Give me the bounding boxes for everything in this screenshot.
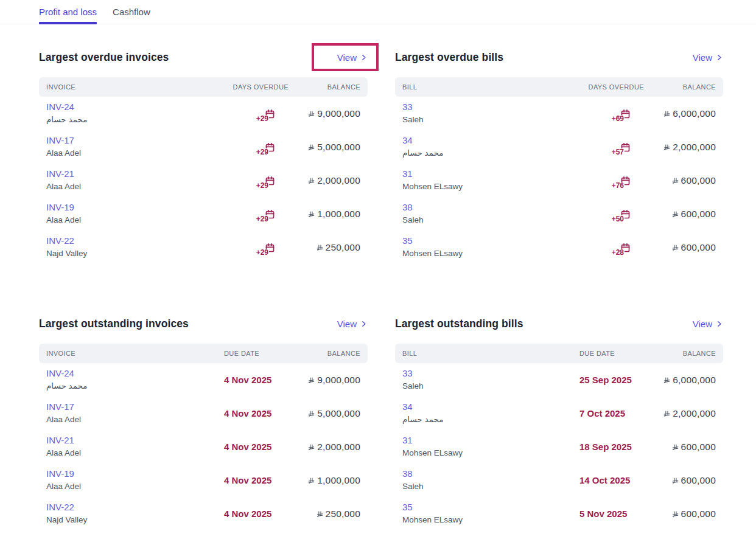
balance-cell: 1,000,000 [289,463,368,497]
invoice-link[interactable]: INV-19 [46,468,74,479]
days-overdue-cell: +29 [191,164,289,197]
balance-value: 2,000,000 [673,408,716,419]
saudi-riyal-currency-icon [308,477,315,484]
days-overdue-cell: +57 [547,130,644,164]
invoice-link[interactable]: INV-17 [46,401,74,412]
saudi-riyal-currency-icon [663,111,670,117]
table-row: INV-21Alaa Adel+292,000,000 [39,164,368,197]
party-name: Najd Valley [46,248,191,259]
party-name: Mohsen ELsawy [402,515,547,525]
saudi-riyal-currency-icon [308,144,315,151]
days-overdue-cell: +69 [547,97,644,130]
bill-link[interactable]: 35 [402,501,413,513]
column-header: BILL [395,83,547,91]
column-header: DAYS OVERDUE [547,83,644,91]
balance-cell: 600,000 [644,497,723,530]
invoice-link[interactable]: INV-22 [46,501,74,513]
saudi-riyal-currency-icon [308,111,315,117]
invoice-link[interactable]: INV-17 [46,134,74,146]
table-row: 38Saleh14 Oct 2025600,000 [395,463,723,497]
row-main-cell: INV-17Alaa Adel [39,397,191,430]
days-overdue-value: +50 [611,215,625,223]
view-label: View [693,52,712,63]
balance-value: 250,000 [326,509,360,519]
row-main-cell: 31Mohsen ELsawy [395,430,547,463]
table-row: 34محمد حسام7 Oct 20252,000,000 [395,397,723,430]
table-row: INV-24محمد حسام+299,000,000 [39,97,368,130]
due-date-cell: 7 Oct 2025 [547,397,644,430]
bill-link[interactable]: 34 [402,134,413,146]
saudi-riyal-currency-icon [317,245,323,251]
invoice-link[interactable]: INV-21 [46,434,74,446]
table-row: INV-22Najd Valley4 Nov 2025250,000 [39,497,368,530]
invoice-link[interactable]: INV-19 [46,201,74,213]
chevron-right-icon [715,54,723,61]
invoice-link[interactable]: INV-22 [46,235,74,246]
balance-value: 9,000,000 [317,375,360,386]
days-overdue-value: +28 [611,249,625,256]
balance-value: 600,000 [681,242,716,253]
dashboard-page: Profit and loss Cashflow Largest overdue… [0,0,756,545]
party-name: محمد حسام [46,114,191,125]
tab-cashflow[interactable]: Cashflow [113,1,150,24]
balance-cell: 2,000,000 [644,130,723,164]
bill-link[interactable]: 31 [402,168,413,179]
due-date-cell: 18 Sep 2025 [547,430,644,463]
overdue-invoices-view-button[interactable]: View [337,52,368,63]
row-main-cell: 31Mohsen ELsawy [395,164,547,197]
days-overdue-value: +69 [611,115,625,122]
party-name: محمد حسام [402,148,547,158]
bill-link[interactable]: 31 [402,434,413,446]
invoice-link[interactable]: INV-24 [46,101,74,113]
column-header: BILL [395,350,547,357]
row-main-cell: INV-21Alaa Adel [39,430,191,463]
table-row: INV-21Alaa Adel4 Nov 20252,000,000 [39,430,368,463]
days-overdue-value: +29 [256,115,269,122]
balance-value: 600,000 [681,209,716,220]
panel-title: Largest outstanding bills [395,318,523,330]
balance-value: 2,000,000 [317,175,360,186]
days-overdue-cell: +29 [191,97,289,130]
row-main-cell: INV-22Najd Valley [39,497,191,530]
bill-link[interactable]: 38 [402,468,413,479]
bill-link[interactable]: 33 [402,101,413,113]
tab-profit-and-loss[interactable]: Profit and loss [39,1,97,24]
panel-header: Largest outstanding invoices View [39,317,368,330]
row-main-cell: INV-21Alaa Adel [39,164,191,197]
invoice-link[interactable]: INV-24 [46,367,74,379]
party-name: Alaa Adel [46,215,191,225]
bill-link[interactable]: 33 [402,367,413,379]
balance-value: 1,000,000 [317,475,360,486]
outstanding-bills-view-button[interactable]: View [693,319,723,329]
dashboard-content: Largest overdue invoices View INVOICE DA… [0,24,756,530]
due-date-cell: 4 Nov 2025 [191,430,289,463]
row-main-cell: INV-19Alaa Adel [39,197,191,231]
table-body: INV-24محمد حسام4 Nov 20259,000,000INV-17… [39,363,368,530]
saudi-riyal-currency-icon [672,245,679,251]
invoice-link[interactable]: INV-21 [46,168,74,179]
row-main-cell: 33Saleh [395,363,547,397]
party-name: Saleh [402,114,547,125]
bill-link[interactable]: 38 [402,201,413,213]
panel-title: Largest overdue invoices [39,51,169,64]
row-main-cell: 34محمد حسام [395,397,547,430]
party-name: Mohsen ELsawy [402,181,547,192]
balance-value: 5,000,000 [317,408,360,419]
balance-value: 2,000,000 [673,142,716,153]
bill-link[interactable]: 35 [402,235,413,246]
chevron-right-icon [360,320,368,328]
row-main-cell: 38Saleh [395,197,547,231]
overdue-bills-view-button[interactable]: View [693,52,723,63]
outstanding-invoices-view-button[interactable]: View [337,319,368,329]
balance-cell: 600,000 [644,463,723,497]
balance-cell: 250,000 [289,231,368,264]
bill-link[interactable]: 34 [402,401,413,412]
table-row: 34محمد حسام+572,000,000 [395,130,723,164]
panel-header: Largest overdue bills View [395,50,723,64]
due-date-cell: 25 Sep 2025 [547,363,644,397]
table-body: 33Saleh+696,000,00034محمد حسام+572,000,0… [395,97,723,264]
balance-cell: 600,000 [644,197,723,231]
table-row: INV-19Alaa Adel4 Nov 20251,000,000 [39,463,368,497]
party-name: Mohsen ELsawy [402,448,547,458]
balance-value: 9,000,000 [317,108,360,119]
